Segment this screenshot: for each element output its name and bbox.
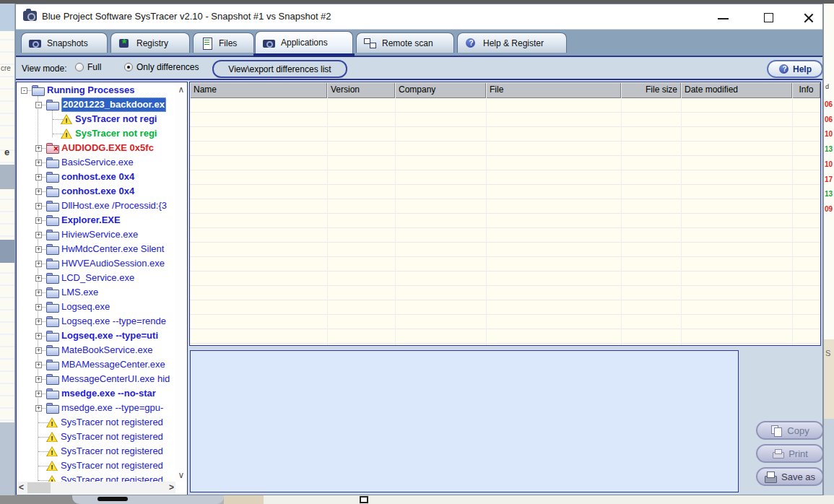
tree-item[interactable]: + HwMdcCenter.exe Silent (17, 242, 175, 256)
table-column-header[interactable]: Version (327, 82, 395, 98)
tree-expander-icon[interactable]: + (35, 203, 42, 209)
tree-expander-icon[interactable]: + (35, 362, 42, 368)
tree-expander-icon[interactable]: + (35, 290, 42, 296)
action-button[interactable]: Copy (756, 421, 823, 440)
tab-strip: Snapshots Registry Files Applications (16, 30, 822, 56)
tab[interactable]: Files (193, 32, 254, 53)
tree-expander-icon[interactable]: + (35, 347, 42, 354)
background-date-fragment: 06 (825, 113, 833, 128)
window-title: Blue Project Software SysTracer v2.10 - … (42, 11, 331, 22)
tree-expander-icon[interactable]: + (35, 217, 42, 224)
tree-item-label: conhost.exe 0x4 (61, 170, 134, 184)
tree-item[interactable]: - 20201223_backdoor.ex (17, 97, 175, 112)
tree-item-label: HWVEAudioSession.exe (61, 256, 165, 271)
tree-item[interactable]: + Explorer.EXE (17, 213, 175, 227)
tab[interactable]: Registry (110, 32, 190, 53)
tree-item[interactable]: + BasicService.exe (17, 155, 175, 170)
tab-label: Snapshots (47, 38, 88, 48)
tree-expander-icon[interactable]: + (35, 174, 42, 181)
close-button[interactable] (796, 7, 820, 27)
tree-item[interactable]: + MessageCenterUI.exe hid (17, 372, 175, 386)
table-body-empty[interactable] (190, 98, 820, 345)
view-mode-radio[interactable]: Only differences (124, 62, 199, 72)
table-column-header[interactable]: File (486, 82, 621, 98)
tree-item[interactable]: SysTracer not registered (17, 415, 175, 430)
tree-item[interactable]: - Running Processes (17, 83, 175, 97)
tree-item[interactable]: + Logseq.exe --type=uti (17, 329, 175, 343)
scroll-right-icon[interactable]: > (169, 482, 174, 492)
table-column-header[interactable]: File size (621, 82, 681, 98)
view-export-differences-button[interactable]: View\export differences list (212, 60, 347, 78)
tree-item[interactable]: + MBAMessageCenter.exe (17, 357, 175, 372)
table-column-header[interactable]: Info (792, 82, 820, 98)
tree-item[interactable]: SysTracer not regi (17, 112, 175, 126)
tree-expander-icon[interactable]: + (35, 188, 42, 195)
tree-item[interactable]: + msedge.exe --type=gpu- (17, 401, 175, 415)
tree-item-label: SysTracer not registered (61, 473, 163, 482)
background-date-fragment: 06 (825, 97, 833, 113)
table-column-header[interactable]: Name (190, 82, 327, 98)
tab[interactable]: Help & Register (457, 32, 567, 53)
background-band (0, 422, 14, 504)
tree-expander-icon[interactable]: + (35, 304, 42, 310)
tree-item[interactable]: + AUDIODG.EXE 0x5fc (17, 141, 175, 155)
tree-item[interactable]: + msedge.exe --no-star (17, 386, 175, 401)
help-icon (778, 64, 789, 74)
tree-item[interactable]: SysTracer not registered (17, 444, 175, 459)
tree-item[interactable]: + Logseq.exe --type=rende (17, 314, 175, 329)
tree-expander-icon[interactable]: + (35, 391, 42, 397)
scroll-down-icon[interactable]: ∨ (175, 470, 187, 480)
tree-item[interactable]: + DllHost.exe /Processid:{3 (17, 199, 175, 213)
app-camera-icon (23, 11, 37, 21)
maximize-button[interactable] (756, 7, 781, 27)
tree-expander-icon[interactable]: - (35, 102, 42, 108)
tab[interactable]: Remote scan (356, 32, 454, 53)
tree-expander-icon[interactable]: + (35, 275, 42, 282)
tree-expander-icon[interactable]: - (21, 87, 27, 94)
tree-item-label: Explorer.EXE (61, 213, 121, 227)
background-date-fragment: 09 (825, 202, 833, 217)
tree-expander-icon[interactable]: + (35, 232, 42, 238)
tree-item-icon (46, 258, 58, 269)
table-column-header[interactable]: Date modified (681, 82, 792, 98)
scrollbar-thumb[interactable] (27, 482, 51, 493)
tree-item[interactable]: + conhost.exe 0x4 (17, 184, 175, 199)
tree-item-icon (46, 143, 58, 153)
tree-item[interactable]: + MateBookService.exe (17, 343, 175, 357)
tab[interactable]: Applications (255, 31, 353, 53)
tree-item[interactable]: + Logseq.exe (17, 300, 175, 314)
tree-expander-icon[interactable]: + (35, 246, 42, 253)
tree-expander-icon[interactable]: + (35, 376, 42, 383)
view-mode-radio[interactable]: Full (75, 62, 101, 72)
tree-expander-icon[interactable]: + (35, 145, 42, 152)
tree-horizontal-scrollbar[interactable]: < > (17, 482, 175, 494)
detail-text-area[interactable] (190, 350, 739, 492)
action-button[interactable]: Print (756, 444, 823, 463)
table-column-header[interactable]: Company (395, 82, 486, 98)
tree-item-icon (46, 446, 58, 456)
action-button[interactable]: Save as (756, 467, 823, 486)
tree-item[interactable]: SysTracer not registered (17, 430, 175, 444)
tree-vertical-scrollbar[interactable]: ∧ ∨ (175, 83, 187, 482)
tree-item[interactable]: + HiviewService.exe (17, 227, 175, 242)
tree-item-icon (46, 244, 58, 254)
minimize-button[interactable] (711, 7, 735, 27)
tree-item-label: 20201223_backdoor.ex (61, 97, 166, 112)
tree-expander-icon[interactable]: + (35, 160, 42, 166)
tree-expander-icon[interactable]: + (35, 318, 42, 325)
tree-item[interactable]: SysTracer not registered (17, 459, 175, 473)
tree-item[interactable]: + LCD_Service.exe (17, 271, 175, 285)
tree-item[interactable]: + conhost.exe 0x4 (17, 170, 175, 184)
tree-item[interactable]: SysTracer not registered (17, 473, 175, 482)
scroll-left-icon[interactable]: < (19, 482, 24, 492)
tree-expander-icon[interactable]: + (35, 333, 42, 339)
scroll-up-icon[interactable]: ∧ (175, 84, 187, 95)
tree-item[interactable]: SysTracer not regi (17, 126, 175, 141)
tree-expander-icon[interactable]: + (35, 261, 42, 267)
tree-item[interactable]: + LMS.exe (17, 285, 175, 300)
help-button[interactable]: Help (767, 60, 823, 78)
background-clipped-date-column: 06 06 10 13 10 17 13 09 (825, 97, 833, 217)
tree-expander-icon[interactable]: + (35, 405, 42, 412)
tab[interactable]: Snapshots (21, 32, 108, 53)
tree-item[interactable]: + HWVEAudioSession.exe (17, 256, 175, 271)
